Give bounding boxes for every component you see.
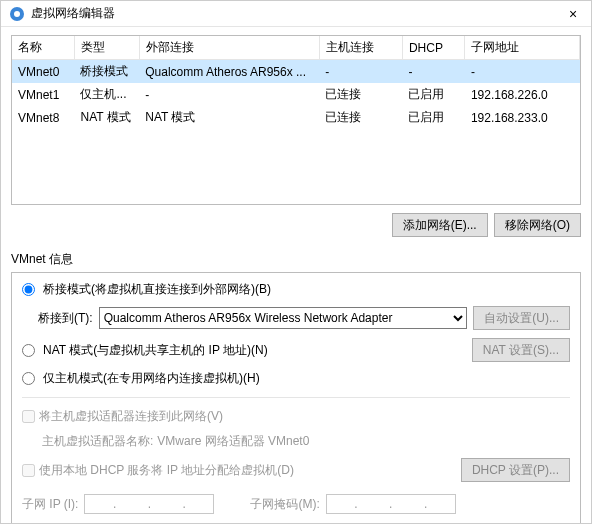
table-row[interactable]: VMnet1仅主机...-已连接已启用192.168.226.0	[12, 83, 580, 106]
cell-type: NAT 模式	[74, 106, 139, 129]
cell-name: VMnet0	[12, 60, 74, 84]
nat-settings-button: NAT 设置(S)...	[472, 338, 570, 362]
connect-host-label: 将主机虚拟适配器连接到此网络(V)	[39, 408, 223, 425]
col-subnet[interactable]: 子网地址	[465, 36, 580, 60]
col-dhcp[interactable]: DHCP	[402, 36, 464, 60]
nat-radio-label: NAT 模式(与虚拟机共享主机的 IP 地址)(N)	[43, 342, 268, 359]
hostonly-radio[interactable]	[22, 372, 35, 385]
col-external[interactable]: 外部连接	[139, 36, 319, 60]
subnet-mask-input: ...	[326, 494, 456, 514]
cell-name: VMnet1	[12, 83, 74, 106]
titlebar: 虚拟网络编辑器 ×	[1, 1, 591, 27]
app-icon	[9, 6, 25, 22]
cell-subnet: 192.168.226.0	[465, 83, 580, 106]
remove-network-button[interactable]: 移除网络(O)	[494, 213, 581, 237]
cell-host: 已连接	[319, 83, 402, 106]
subnet-ip-label: 子网 IP (I):	[22, 496, 78, 513]
host-adapter-name-label: 主机虚拟适配器名称:	[42, 433, 153, 450]
window-title: 虚拟网络编辑器	[31, 5, 563, 22]
cell-dhcp: 已启用	[402, 106, 464, 129]
bridged-to-row: 桥接到(T): Qualcomm Atheros AR956x Wireless…	[38, 306, 570, 330]
cell-type: 桥接模式	[74, 60, 139, 84]
bridged-radio-row[interactable]: 桥接模式(将虚拟机直接连接到外部网络)(B)	[22, 281, 570, 298]
bridged-radio-label: 桥接模式(将虚拟机直接连接到外部网络)(B)	[43, 281, 271, 298]
table-header-row: 名称 类型 外部连接 主机连接 DHCP 子网地址	[12, 36, 580, 60]
cell-external: NAT 模式	[139, 106, 319, 129]
close-icon[interactable]: ×	[563, 6, 583, 22]
bridged-radio[interactable]	[22, 283, 35, 296]
hostonly-radio-label: 仅主机模式(在专用网络内连接虚拟机)(H)	[43, 370, 260, 387]
add-network-button[interactable]: 添加网络(E)...	[392, 213, 488, 237]
cell-name: VMnet8	[12, 106, 74, 129]
bridged-to-label: 桥接到(T):	[38, 310, 93, 327]
network-buttons-row: 添加网络(E)... 移除网络(O)	[11, 213, 581, 237]
col-name[interactable]: 名称	[12, 36, 74, 60]
network-table[interactable]: 名称 类型 外部连接 主机连接 DHCP 子网地址 VMnet0桥接模式Qual…	[11, 35, 581, 205]
subnet-mask-label: 子网掩码(M):	[250, 496, 319, 513]
connect-host-row: 将主机虚拟适配器连接到此网络(V)	[22, 408, 570, 425]
table-row[interactable]: VMnet0桥接模式Qualcomm Atheros AR956x ...---	[12, 60, 580, 84]
cell-external: Qualcomm Atheros AR956x ...	[139, 60, 319, 84]
content-area: 名称 类型 外部连接 主机连接 DHCP 子网地址 VMnet0桥接模式Qual…	[1, 27, 591, 524]
cell-host: 已连接	[319, 106, 402, 129]
nat-radio-row: NAT 模式(与虚拟机共享主机的 IP 地址)(N) NAT 设置(S)...	[22, 338, 570, 362]
cell-host: -	[319, 60, 402, 84]
nat-radio[interactable]	[22, 344, 35, 357]
use-dhcp-checkbox	[22, 464, 35, 477]
subnet-ip-row: 子网 IP (I): ... 子网掩码(M): ...	[22, 494, 570, 514]
subnet-ip-input: ...	[84, 494, 214, 514]
cell-external: -	[139, 83, 319, 106]
hostonly-radio-row[interactable]: 仅主机模式(在专用网络内连接虚拟机)(H)	[22, 370, 570, 387]
bridged-device-select[interactable]: Qualcomm Atheros AR956x Wireless Network…	[99, 307, 468, 329]
cell-dhcp: 已启用	[402, 83, 464, 106]
col-type[interactable]: 类型	[74, 36, 139, 60]
vmnet-info-box: 桥接模式(将虚拟机直接连接到外部网络)(B) 桥接到(T): Qualcomm …	[11, 272, 581, 524]
connect-host-checkbox	[22, 410, 35, 423]
host-adapter-name-value: VMware 网络适配器 VMnet0	[157, 433, 309, 450]
auto-settings-button: 自动设置(U)...	[473, 306, 570, 330]
use-dhcp-label: 使用本地 DHCP 服务将 IP 地址分配给虚拟机(D)	[39, 462, 294, 479]
table-row[interactable]: VMnet8NAT 模式NAT 模式已连接已启用192.168.233.0	[12, 106, 580, 129]
use-dhcp-row: 使用本地 DHCP 服务将 IP 地址分配给虚拟机(D) DHCP 设置(P).…	[22, 458, 570, 482]
cell-type: 仅主机...	[74, 83, 139, 106]
col-host[interactable]: 主机连接	[319, 36, 402, 60]
host-adapter-name-row: 主机虚拟适配器名称: VMware 网络适配器 VMnet0	[42, 433, 570, 450]
cell-subnet: 192.168.233.0	[465, 106, 580, 129]
svg-point-1	[14, 11, 20, 17]
cell-subnet: -	[465, 60, 580, 84]
vmnet-info-label: VMnet 信息	[11, 251, 581, 268]
dhcp-settings-button: DHCP 设置(P)...	[461, 458, 570, 482]
cell-dhcp: -	[402, 60, 464, 84]
